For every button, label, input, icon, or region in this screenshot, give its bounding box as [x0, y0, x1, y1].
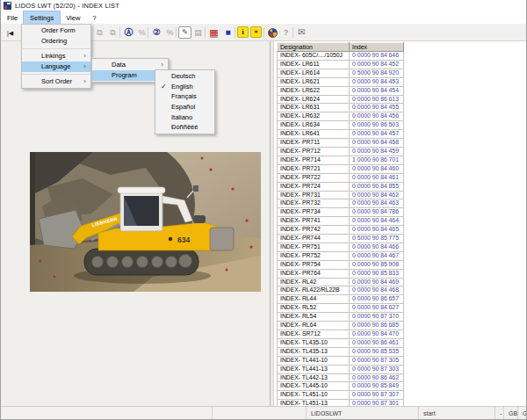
status-action: start [418, 407, 495, 420]
table-row[interactable]: INDEX- PR7210 0000 90 84 460 [278, 164, 404, 173]
designation-cell: INDEX- TL451-10 [278, 391, 350, 400]
table-row[interactable]: INDEX- PR7510 0000 90 84 466 [278, 243, 404, 251]
table-row[interactable]: INDEX- PR7440 5000 90 85 775 [278, 235, 404, 243]
table-row[interactable]: INDEX- RL420 0000 90 84 469 [278, 278, 404, 286]
table-row[interactable]: INDEX- PR7540 0000 90 85 908 [278, 260, 404, 269]
table-row[interactable]: INDEX- RL422/RL22B0 0000 90 84 468 [278, 286, 404, 295]
designation-cell: INDEX- TL435-13 [278, 347, 350, 356]
table-row[interactable]: INDEX- LR6240 0000 90 86 613 [278, 95, 404, 104]
index-cell: 0 0000 90 84 454 [350, 86, 404, 95]
menu-item-russian[interactable]: Ðóññêèé [155, 122, 214, 133]
preview-panel: LIEBHERR [1, 41, 270, 406]
mail-button[interactable]: ✉ [295, 26, 308, 39]
percent-icon: % [138, 29, 145, 37]
table-row[interactable]: INDEX- TL442-130 0000 90 86 462 [278, 373, 404, 382]
edit-note-button[interactable]: ✎ [178, 26, 191, 39]
globe-button[interactable] [266, 26, 279, 39]
menu-item-label: Ðóññêèé [171, 123, 198, 131]
table-row[interactable]: INDEX- LR6140 5000 90 84 920 [278, 69, 404, 77]
table-row[interactable]: INDEX- LR6220 0000 90 84 454 [278, 86, 404, 95]
menu-item-label: Program [112, 71, 137, 79]
menu-help[interactable]: ? [86, 11, 102, 24]
service-key-button[interactable]: ✶ [250, 26, 262, 38]
table-row[interactable]: INDEX- PR7340 0000 90 84 786 [278, 208, 404, 217]
table-row[interactable]: INDEX- RL640 0000 90 86 685 [278, 322, 404, 330]
table-row[interactable]: INDEX- LR6340 0000 90 86 503 [278, 121, 404, 130]
menu-settings[interactable]: Settings [24, 11, 60, 24]
table-row[interactable]: INDEX- TL451-100 0000 90 87 307 [278, 391, 404, 400]
index-table-body: INDEX- 605C/..../1050J0 0000 90 84 646IN… [278, 52, 404, 409]
menu-file[interactable]: File [1, 11, 24, 24]
table-row[interactable]: INDEX- LR6110 0000 90 84 452 [278, 60, 404, 69]
table-row[interactable]: INDEX- LR6310 0000 90 84 455 [278, 104, 404, 112]
table-row[interactable]: INDEX- TL445-100 0000 90 85 849 [278, 382, 404, 391]
menu-item-sort-order[interactable]: Sort Order› [22, 76, 90, 87]
header-designation[interactable]: Designation [278, 43, 350, 52]
table-row[interactable]: INDEX- RL540 0000 90 87 370 [278, 313, 404, 322]
table-row[interactable]: INDEX- LR6210 0000 90 84 453 [278, 77, 404, 86]
designation-cell: INDEX- PR732 [278, 199, 350, 208]
menu-item-ordering[interactable]: Ordering [22, 36, 90, 47]
menu-item-espanol[interactable]: Español [155, 102, 214, 112]
table-row[interactable]: INDEX- 605C/..../1050J0 0000 90 84 646 [278, 52, 404, 61]
index-cell: 0 0000 90 86 657 [350, 295, 404, 304]
menu-item-english[interactable]: ✓English [155, 82, 214, 92]
tile-windows-button[interactable]: ⧉ [106, 26, 119, 39]
status-lang-right: GB [517, 407, 527, 420]
parts-grid-button[interactable]: ▦ [207, 26, 220, 39]
menu-item-linkings[interactable]: Linkings› [22, 51, 90, 62]
index-cell: 0 0000 90 84 467 [350, 251, 404, 260]
pencil-icon: ✎ [182, 29, 188, 36]
zoom-a-percent-button[interactable]: % [135, 26, 148, 39]
table-row[interactable]: INDEX- TL435-130 0000 90 85 535 [278, 347, 404, 356]
table-row[interactable]: INDEX- TL435-100 0000 90 86 461 [278, 338, 404, 347]
table-row[interactable]: INDEX- PR7141 0000 90 86 701 [278, 156, 404, 164]
table-row[interactable]: INDEX- PR7220 0000 90 84 461 [278, 173, 404, 182]
zoom-2-button[interactable]: ② [150, 26, 163, 39]
menu-separator [23, 48, 90, 49]
toolbar-separator [148, 27, 148, 38]
table-row[interactable]: INDEX- RL440 0000 90 86 657 [278, 295, 404, 304]
table-row[interactable]: INDEX- RL520 0000 90 84 627 [278, 304, 404, 313]
table-row[interactable]: INDEX- PR7310 0000 90 84 462 [278, 191, 404, 199]
menu-item-francais[interactable]: Français [155, 91, 214, 102]
table-row[interactable]: INDEX- TL441-130 0000 90 87 303 [278, 365, 404, 373]
table-row[interactable]: INDEX- PR7110 0000 90 84 458 [278, 139, 404, 148]
menu-view[interactable]: View [60, 11, 86, 24]
table-row[interactable]: INDEX- PR7420 0000 90 84 465 [278, 226, 404, 235]
status-lang-left: GB [503, 407, 517, 420]
designation-cell: INDEX- PR711 [278, 139, 350, 148]
toolbar-separator [205, 27, 206, 38]
help-arrow-button[interactable]: ? [279, 26, 292, 39]
menu-item-deutsch[interactable]: Deutsch [155, 71, 214, 82]
zoom-2-percent-button[interactable]: % [163, 26, 177, 39]
print-button[interactable]: ▤ [191, 26, 205, 39]
designation-cell: INDEX- PR714 [278, 156, 350, 164]
index-cell: 0 0000 90 86 613 [350, 95, 404, 104]
table-row[interactable]: INDEX- PR7240 0000 90 84 855 [278, 182, 404, 191]
table-row[interactable]: INDEX- LR6410 0000 90 84 457 [278, 130, 404, 139]
designation-cell: INDEX- PR764 [278, 269, 350, 278]
info-button[interactable]: i [237, 26, 249, 38]
table-row[interactable]: INDEX- LR6320 0000 90 84 456 [278, 112, 404, 121]
toolbar-separator [264, 27, 264, 38]
table-row[interactable]: INDEX- PR7320 0000 90 84 463 [278, 199, 404, 208]
table-row[interactable]: INDEX- TL441-100 0000 90 87 305 [278, 356, 404, 365]
designation-cell: INDEX- 605C/..../1050J [278, 52, 350, 61]
table-row[interactable]: INDEX- SR7120 0000 90 84 470 [278, 330, 404, 339]
table-row[interactable]: INDEX- PR7120 0000 90 84 459 [278, 147, 404, 156]
table-row[interactable]: INDEX- PR7640 0000 90 85 833 [278, 269, 404, 278]
nav-first-button[interactable]: |◀ [4, 26, 17, 39]
menu-item-italiano[interactable]: Italiano [155, 112, 214, 123]
menu-item-language[interactable]: Language› [22, 62, 90, 72]
index-cell: 0 0000 90 87 370 [350, 313, 404, 322]
zoom-a-button[interactable]: Ⓐ [122, 26, 135, 39]
designation-cell: INDEX- LR632 [278, 112, 350, 121]
menu-item-order-form[interactable]: Order Form [22, 25, 90, 36]
table-row[interactable]: INDEX- PR7520 0000 90 84 467 [278, 251, 404, 260]
header-index[interactable]: Index [350, 43, 404, 52]
cascade-windows-button[interactable]: ⧉ [93, 26, 106, 39]
index-cell: 0 0000 90 84 786 [350, 208, 404, 217]
blue-panel-button[interactable]: ■ [221, 26, 235, 39]
table-row[interactable]: INDEX- PR7410 0000 90 84 464 [278, 217, 404, 226]
